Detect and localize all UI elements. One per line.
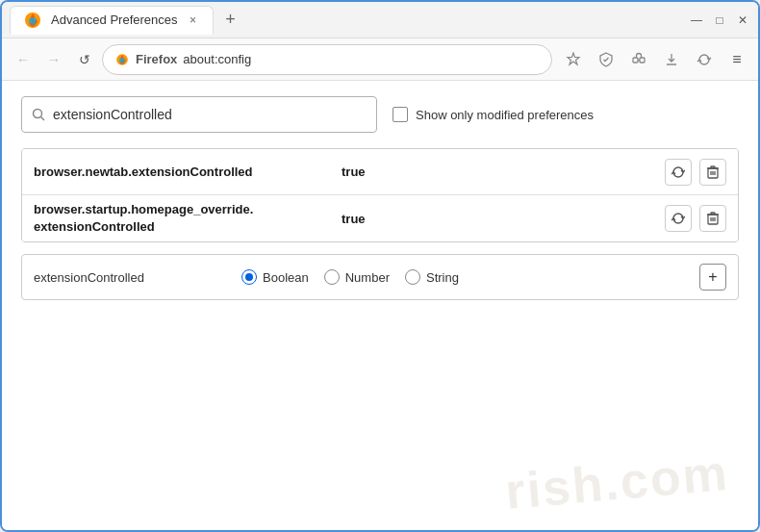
- search-box[interactable]: extensionControlled: [21, 96, 377, 133]
- bookmark-icon[interactable]: [560, 46, 587, 73]
- svg-point-3: [119, 57, 125, 63]
- svg-line-7: [41, 117, 45, 121]
- svg-point-1: [29, 17, 37, 25]
- svg-rect-4: [633, 58, 638, 63]
- nav-bar: ← → ↺ Firefox about:config: [2, 38, 758, 81]
- pref-row-1: browser.newtab.extensionControlled true: [22, 149, 738, 195]
- reload-button[interactable]: ↺: [71, 46, 98, 73]
- sync-icon[interactable]: [691, 46, 718, 73]
- preferences-table: browser.newtab.extensionControlled true: [21, 148, 739, 242]
- window-controls: — □ ✕: [689, 13, 750, 28]
- radio-boolean-label: Boolean: [263, 270, 309, 285]
- search-row: extensionControlled Show only modified p…: [21, 96, 739, 133]
- radio-string-label: String: [426, 270, 459, 285]
- firefox-tab-icon: [22, 10, 43, 31]
- minimize-button[interactable]: —: [689, 13, 704, 28]
- new-pref-name: extensionControlled: [34, 270, 226, 285]
- tab-close-button[interactable]: ×: [186, 13, 201, 28]
- radio-number-circle[interactable]: [324, 269, 340, 285]
- extension-icon[interactable]: [625, 46, 652, 73]
- downloads-icon[interactable]: [658, 46, 685, 73]
- pref-value-1: true: [342, 165, 665, 179]
- search-input-value: extensionControlled: [53, 107, 367, 122]
- active-tab[interactable]: Advanced Preferences ×: [10, 6, 214, 35]
- pref-actions-1: [665, 159, 726, 186]
- menu-button[interactable]: ≡: [723, 46, 750, 73]
- svg-point-6: [34, 110, 42, 118]
- show-modified-label: Show only modified preferences: [416, 108, 594, 122]
- pref-actions-2: [665, 205, 726, 232]
- maximize-button[interactable]: □: [712, 13, 727, 28]
- page-content: extensionControlled Show only modified p…: [2, 81, 758, 530]
- add-pref-button[interactable]: +: [699, 264, 726, 291]
- radio-boolean-circle[interactable]: [241, 269, 257, 285]
- browser-brand: Firefox: [136, 52, 177, 66]
- radio-string-circle[interactable]: [405, 269, 420, 285]
- nav-icons-right: ≡: [560, 46, 750, 73]
- title-bar: Advanced Preferences × + — □ ✕: [2, 2, 758, 38]
- close-button[interactable]: ✕: [735, 13, 750, 28]
- svg-rect-5: [640, 58, 645, 63]
- new-tab-button[interactable]: +: [217, 7, 244, 34]
- tab-area: Advanced Preferences × +: [10, 2, 685, 38]
- pref-reset-button-1[interactable]: [665, 159, 692, 186]
- pref-row-2: browser.startup.homepage_override. exten…: [22, 195, 738, 241]
- back-button[interactable]: ←: [10, 46, 37, 73]
- tab-title: Advanced Preferences: [51, 13, 178, 27]
- browser-window: Advanced Preferences × + — □ ✕ ← → ↺ Fir…: [0, 0, 760, 532]
- address-text: about:config: [183, 52, 251, 66]
- address-bar[interactable]: Firefox about:config: [102, 44, 552, 75]
- search-icon: [32, 108, 45, 121]
- radio-number[interactable]: Number: [324, 269, 390, 285]
- pref-value-2: true: [342, 212, 665, 226]
- new-pref-row: extensionControlled Boolean Number Strin…: [21, 254, 739, 300]
- show-modified-checkbox-label[interactable]: Show only modified preferences: [393, 107, 594, 122]
- watermark-text: rish.com: [503, 443, 731, 520]
- pref-reset-button-2[interactable]: [665, 205, 692, 232]
- pref-name-1: browser.newtab.extensionControlled: [34, 165, 342, 179]
- radio-string[interactable]: String: [405, 269, 459, 285]
- pref-name-2: browser.startup.homepage_override. exten…: [34, 201, 342, 236]
- forward-button[interactable]: →: [40, 46, 67, 73]
- type-radio-group: Boolean Number String: [241, 269, 459, 285]
- pref-delete-button-2[interactable]: [699, 205, 726, 232]
- shield-icon[interactable]: [593, 46, 620, 73]
- pref-delete-button-1[interactable]: [699, 159, 726, 186]
- radio-number-label: Number: [345, 270, 390, 285]
- firefox-address-icon: [114, 52, 130, 67]
- show-modified-checkbox[interactable]: [393, 107, 408, 122]
- radio-boolean[interactable]: Boolean: [241, 269, 309, 285]
